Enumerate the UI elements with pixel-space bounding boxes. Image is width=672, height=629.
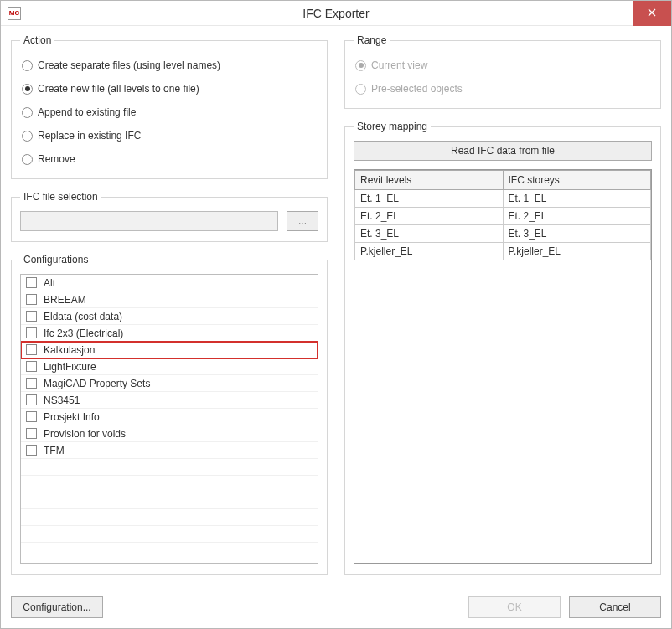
configuration-label: Ifc 2x3 (Electrical)	[44, 327, 123, 339]
file-path-input[interactable]	[20, 211, 278, 231]
checkbox-icon	[26, 277, 37, 288]
checkbox-icon	[26, 361, 37, 372]
table-row[interactable]: Et. 2_ELEt. 2_EL	[355, 208, 651, 225]
configuration-label: LightFixture	[44, 361, 96, 373]
ifc-storey-cell: Et. 3_EL	[503, 225, 651, 243]
configuration-label: Prosjekt Info	[44, 411, 100, 423]
configuration-item[interactable]: NS3451	[21, 392, 318, 409]
file-selection-group: IFC file selection ...	[11, 191, 328, 242]
configurations-legend: Configurations	[20, 254, 91, 266]
storey-table-wrap[interactable]: Revit levels IFC storeys Et. 1_ELEt. 1_E…	[354, 169, 652, 564]
action-option[interactable]: Create new file (all levels to one file)	[22, 83, 318, 95]
radio-icon	[22, 154, 33, 165]
radio-icon	[355, 84, 366, 95]
configurations-list[interactable]: AltBREEAMEldata (cost data)Ifc 2x3 (Elec…	[20, 274, 318, 564]
radio-icon	[22, 107, 33, 118]
action-option[interactable]: Replace in existing IFC	[22, 130, 318, 142]
configuration-item[interactable]: Alt	[21, 275, 318, 291]
storey-mapping-group: Storey mapping Read IFC data from file R…	[344, 121, 661, 575]
configuration-item[interactable]: LightFixture	[21, 358, 318, 375]
configuration-label: BREEAM	[44, 294, 86, 306]
revit-level-cell: Et. 3_EL	[355, 225, 504, 243]
columns: Action Create separate files (using leve…	[11, 34, 661, 586]
storey-table: Revit levels IFC storeys Et. 1_ELEt. 1_E…	[354, 170, 651, 260]
checkbox-icon	[26, 294, 37, 305]
configuration-label: TFM	[44, 445, 65, 456]
configuration-label: MagiCAD Property Sets	[44, 378, 150, 389]
configuration-label: Eldata (cost data)	[44, 311, 122, 322]
configuration-item-empty	[21, 459, 318, 476]
configuration-item[interactable]: BREEAM	[21, 291, 318, 308]
radio-label: Append to existing file	[38, 106, 136, 118]
checkbox-icon	[26, 411, 37, 422]
configuration-item-empty	[21, 526, 318, 543]
radio-icon	[22, 131, 33, 142]
checkbox-icon	[26, 311, 37, 322]
action-option[interactable]: Create separate files (using level names…	[22, 59, 318, 71]
content-area: Action Create separate files (using leve…	[1, 26, 671, 628]
ifc-storey-cell: Et. 2_EL	[503, 208, 651, 225]
action-option[interactable]: Append to existing file	[22, 106, 318, 118]
configuration-item[interactable]: Kalkulasjon	[21, 342, 318, 358]
cancel-button[interactable]: Cancel	[569, 596, 661, 618]
close-button[interactable]	[633, 1, 671, 26]
radio-label: Replace in existing IFC	[38, 130, 141, 142]
radio-label: Remove	[38, 153, 75, 165]
read-ifc-button[interactable]: Read IFC data from file	[354, 141, 652, 161]
table-row[interactable]: P.kjeller_ELP.kjeller_EL	[355, 243, 651, 260]
left-column: Action Create separate files (using leve…	[11, 34, 328, 586]
configuration-label: Kalkulasjon	[44, 344, 95, 356]
ifc-exporter-window: MC IFC Exporter Action Create separate f…	[0, 0, 672, 629]
ifc-storey-cell: Et. 1_EL	[503, 190, 651, 208]
ok-button[interactable]: OK	[468, 596, 561, 618]
configuration-label: Alt	[44, 277, 55, 289]
table-row[interactable]: Et. 1_ELEt. 1_EL	[355, 190, 651, 208]
range-option: Pre-selected objects	[355, 83, 652, 95]
file-selection-legend: IFC file selection	[20, 191, 101, 203]
storey-mapping-legend: Storey mapping	[354, 121, 431, 132]
storey-header-ifc[interactable]: IFC storeys	[503, 171, 651, 190]
checkbox-icon	[26, 428, 37, 439]
configuration-item-empty	[21, 509, 318, 526]
revit-level-cell: Et. 1_EL	[355, 190, 504, 208]
checkbox-icon	[26, 394, 37, 405]
radio-label: Current view	[371, 59, 427, 71]
radio-label: Pre-selected objects	[371, 83, 463, 95]
app-icon: MC	[8, 7, 21, 20]
window-title: IFC Exporter	[1, 7, 671, 20]
right-column: Range Current viewPre-selected objects S…	[344, 34, 661, 586]
configuration-item[interactable]: Provision for voids	[21, 425, 318, 442]
range-option: Current view	[355, 59, 652, 71]
checkbox-icon	[26, 445, 37, 456]
configuration-label: Provision for voids	[44, 428, 126, 440]
configurations-group: Configurations AltBREEAMEldata (cost dat…	[11, 254, 328, 575]
action-legend: Action	[20, 34, 54, 46]
radio-icon	[22, 60, 33, 71]
action-option[interactable]: Remove	[22, 153, 318, 165]
revit-level-cell: P.kjeller_EL	[355, 243, 504, 260]
configuration-label: NS3451	[44, 394, 80, 406]
close-icon	[648, 8, 656, 19]
configuration-item[interactable]: Eldata (cost data)	[21, 308, 318, 325]
configuration-item[interactable]: Ifc 2x3 (Electrical)	[21, 325, 318, 342]
checkbox-icon	[26, 378, 37, 389]
action-group: Action Create separate files (using leve…	[11, 34, 328, 179]
configuration-item-empty	[21, 476, 318, 492]
ifc-storey-cell: P.kjeller_EL	[503, 243, 651, 260]
table-row[interactable]: Et. 3_ELEt. 3_EL	[355, 225, 651, 243]
browse-button[interactable]: ...	[287, 211, 318, 231]
radio-label: Create separate files (using level names…	[38, 59, 220, 71]
checkbox-icon	[26, 327, 37, 338]
configuration-button[interactable]: Configuration...	[11, 596, 103, 618]
configuration-item[interactable]: Prosjekt Info	[21, 409, 318, 425]
storey-header-revit[interactable]: Revit levels	[355, 171, 504, 190]
footer: Configuration... OK Cancel	[11, 586, 661, 618]
revit-level-cell: Et. 2_EL	[355, 208, 504, 225]
configuration-item[interactable]: TFM	[21, 442, 318, 459]
configuration-item[interactable]: MagiCAD Property Sets	[21, 375, 318, 392]
radio-icon	[22, 84, 33, 95]
radio-label: Create new file (all levels to one file)	[38, 83, 199, 95]
range-group: Range Current viewPre-selected objects	[344, 34, 661, 109]
checkbox-icon	[26, 344, 37, 355]
range-legend: Range	[354, 34, 390, 46]
